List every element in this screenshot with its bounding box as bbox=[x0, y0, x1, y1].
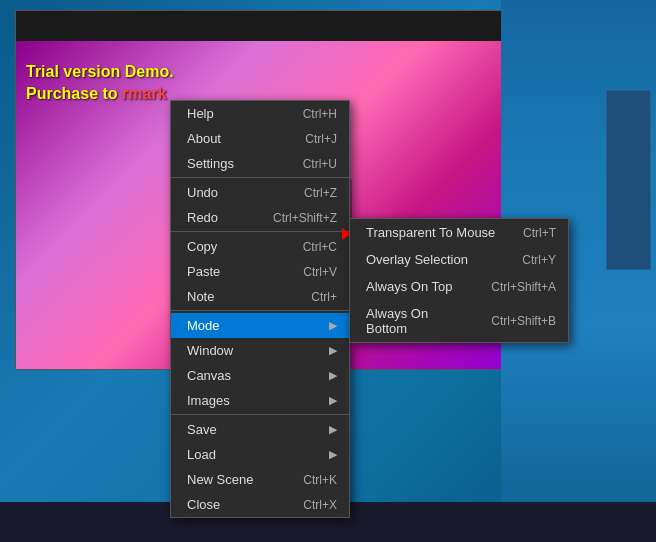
menu-item-copy-shortcut: Ctrl+C bbox=[303, 240, 337, 254]
submenu-item-overlay[interactable]: Overlay Selection Ctrl+Y bbox=[350, 246, 568, 273]
trial-line2: Purchase to rmark bbox=[26, 83, 174, 105]
menu-item-canvas[interactable]: Canvas ▶ bbox=[171, 363, 349, 388]
menu-item-settings-label: Settings bbox=[187, 156, 283, 171]
menu-item-images[interactable]: Images ▶ bbox=[171, 388, 349, 415]
menu-item-note-shortcut: Ctrl+ bbox=[311, 290, 337, 304]
submenu-item-always-on-top[interactable]: Always On Top Ctrl+Shift+A bbox=[350, 273, 568, 300]
mode-submenu: Transparent To Mouse Ctrl+T Overlay Sele… bbox=[349, 218, 569, 343]
submenu-pointer-arrow bbox=[342, 228, 350, 240]
context-menu: Help Ctrl+H About Ctrl+J Settings Ctrl+U… bbox=[170, 100, 350, 518]
menu-item-note-label: Note bbox=[187, 289, 291, 304]
menu-item-images-label: Images bbox=[187, 393, 324, 408]
menu-item-canvas-label: Canvas bbox=[187, 368, 324, 383]
menu-item-undo-shortcut: Ctrl+Z bbox=[304, 186, 337, 200]
watermark-label: rmark bbox=[122, 85, 166, 102]
menu-item-new-scene[interactable]: New Scene Ctrl+K bbox=[171, 467, 349, 492]
window-submenu-arrow: ▶ bbox=[329, 344, 337, 357]
menu-item-copy-label: Copy bbox=[187, 239, 283, 254]
trial-line1: Trial version Demo. bbox=[26, 61, 174, 83]
menu-item-undo[interactable]: Undo Ctrl+Z bbox=[171, 180, 349, 205]
menu-item-about[interactable]: About Ctrl+J bbox=[171, 126, 349, 151]
menu-item-note[interactable]: Note Ctrl+ bbox=[171, 284, 349, 311]
menu-item-help[interactable]: Help Ctrl+H bbox=[171, 101, 349, 126]
menu-item-paste-label: Paste bbox=[187, 264, 283, 279]
menu-item-help-shortcut: Ctrl+H bbox=[303, 107, 337, 121]
menu-item-close[interactable]: Close Ctrl+X bbox=[171, 492, 349, 517]
submenu-item-transparent[interactable]: Transparent To Mouse Ctrl+T bbox=[350, 219, 568, 246]
menu-item-redo[interactable]: Redo Ctrl+Shift+Z bbox=[171, 205, 349, 232]
load-submenu-arrow: ▶ bbox=[329, 448, 337, 461]
mode-submenu-arrow: ▶ bbox=[329, 319, 337, 332]
menu-item-save[interactable]: Save ▶ bbox=[171, 417, 349, 442]
images-submenu-arrow: ▶ bbox=[329, 394, 337, 407]
menu-item-paste-shortcut: Ctrl+V bbox=[303, 265, 337, 279]
menu-item-load-label: Load bbox=[187, 447, 324, 462]
canvas-submenu-arrow: ▶ bbox=[329, 369, 337, 382]
menu-item-about-shortcut: Ctrl+J bbox=[305, 132, 337, 146]
menu-item-help-label: Help bbox=[187, 106, 283, 121]
trial-text: Trial version Demo. Purchase to rmark bbox=[26, 61, 174, 106]
desktop: Trial version Demo. Purchase to rmark 安下… bbox=[0, 0, 656, 542]
menu-item-close-label: Close bbox=[187, 497, 283, 512]
menu-item-undo-label: Undo bbox=[187, 185, 284, 200]
menu-item-new-scene-label: New Scene bbox=[187, 472, 283, 487]
menu-item-settings[interactable]: Settings Ctrl+U bbox=[171, 151, 349, 178]
menu-item-redo-label: Redo bbox=[187, 210, 253, 225]
menu-item-settings-shortcut: Ctrl+U bbox=[303, 157, 337, 171]
app-titlebar bbox=[16, 11, 504, 41]
submenu-item-transparent-shortcut: Ctrl+T bbox=[523, 226, 556, 240]
menu-item-new-scene-shortcut: Ctrl+K bbox=[303, 473, 337, 487]
menu-item-close-shortcut: Ctrl+X bbox=[303, 498, 337, 512]
menu-item-redo-shortcut: Ctrl+Shift+Z bbox=[273, 211, 337, 225]
menu-item-save-label: Save bbox=[187, 422, 324, 437]
submenu-item-overlay-label: Overlay Selection bbox=[366, 252, 502, 267]
submenu-item-always-on-top-shortcut: Ctrl+Shift+A bbox=[491, 280, 556, 294]
submenu-item-overlay-shortcut: Ctrl+Y bbox=[522, 253, 556, 267]
menu-item-copy[interactable]: Copy Ctrl+C bbox=[171, 234, 349, 259]
menu-item-load[interactable]: Load ▶ bbox=[171, 442, 349, 467]
menu-item-paste[interactable]: Paste Ctrl+V bbox=[171, 259, 349, 284]
submenu-item-transparent-label: Transparent To Mouse bbox=[366, 225, 503, 240]
submenu-item-always-on-bottom-shortcut: Ctrl+Shift+B bbox=[491, 314, 556, 328]
menu-item-window-label: Window bbox=[187, 343, 324, 358]
submenu-item-always-on-bottom[interactable]: Always On Bottom Ctrl+Shift+B bbox=[350, 300, 568, 342]
submenu-item-always-on-bottom-label: Always On Bottom bbox=[366, 306, 471, 336]
menu-item-about-label: About bbox=[187, 131, 285, 146]
submenu-item-always-on-top-label: Always On Top bbox=[366, 279, 471, 294]
save-submenu-arrow: ▶ bbox=[329, 423, 337, 436]
menu-item-window[interactable]: Window ▶ bbox=[171, 338, 349, 363]
menu-item-mode[interactable]: Mode ▶ bbox=[171, 313, 349, 338]
menu-item-mode-label: Mode bbox=[187, 318, 324, 333]
